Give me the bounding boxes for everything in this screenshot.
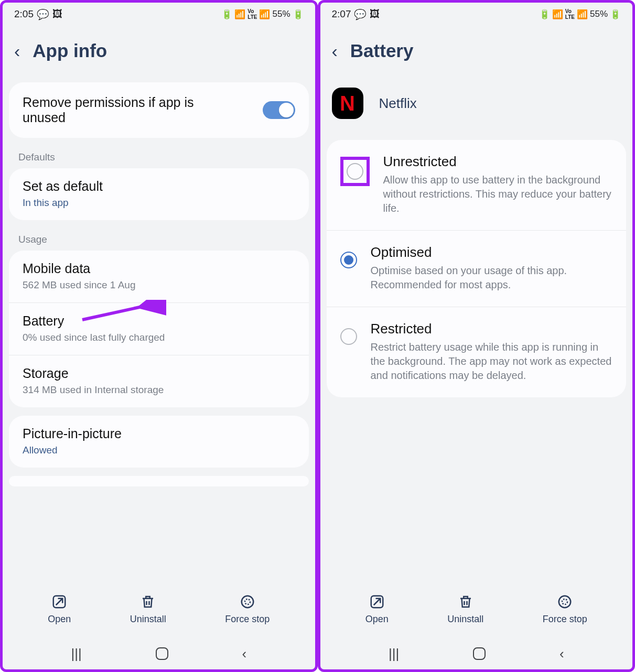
storage-row[interactable]: Storage 314 MB used in Internal storage: [9, 355, 309, 407]
bottom-actions: Open Uninstall Force stop: [3, 580, 315, 638]
page-title: Battery: [350, 40, 414, 61]
wifi-icon: 📶: [234, 9, 245, 20]
back-icon[interactable]: ‹: [332, 42, 338, 60]
system-navbar: ||| ‹: [3, 638, 315, 669]
recents-button[interactable]: |||: [71, 646, 81, 662]
stop-icon: [557, 594, 573, 610]
svg-point-3: [245, 599, 250, 604]
bottom-actions: Open Uninstall Force stop: [320, 580, 633, 638]
trash-icon: [140, 594, 156, 610]
stop-icon: [240, 594, 255, 610]
status-time: 2:05: [14, 8, 34, 20]
status-bar: 2:07 💬 🖼 🔋 📶 VoLTE 📶 55% 🔋: [320, 3, 633, 26]
battery-icon: 🔋: [610, 9, 621, 20]
status-time: 2:07: [332, 8, 351, 20]
uninstall-button[interactable]: Uninstall: [130, 594, 166, 625]
svg-point-5: [559, 595, 571, 608]
signal-icon: 📶: [577, 9, 588, 20]
remove-permissions-row[interactable]: Remove permissions if app is unused: [9, 82, 309, 138]
recents-button[interactable]: |||: [389, 646, 399, 662]
back-icon[interactable]: ‹: [14, 42, 20, 60]
nav-back-button[interactable]: ‹: [559, 646, 564, 662]
uninstall-button[interactable]: Uninstall: [447, 594, 483, 625]
header: ‹ App info: [3, 26, 315, 82]
remove-permissions-label: Remove permissions if app is unused: [23, 95, 222, 125]
highlight-annotation: [340, 157, 370, 186]
remove-permissions-toggle[interactable]: [263, 101, 295, 119]
option-unrestricted[interactable]: Unrestricted Allow this app to use batte…: [327, 140, 627, 231]
open-button[interactable]: Open: [48, 594, 71, 625]
chat-icon: 💬: [37, 8, 49, 20]
status-bar: 2:05 💬 🖼 🔋 📶 VoLTE 📶 55% 🔋: [3, 3, 315, 26]
wifi-icon: 📶: [552, 9, 563, 20]
svg-point-6: [562, 599, 567, 604]
battery-saver-icon: 🔋: [221, 9, 232, 20]
volte-icon: VoLTE: [565, 8, 575, 20]
app-identity: N Netflix: [320, 82, 633, 140]
battery-pct: 55%: [272, 9, 290, 19]
open-icon: [51, 594, 67, 610]
battery-row[interactable]: Battery 0% used since last fully charged: [9, 303, 309, 355]
open-icon: [369, 594, 385, 610]
radio-icon[interactable]: [340, 252, 357, 268]
radio-icon[interactable]: [347, 163, 363, 180]
force-stop-button[interactable]: Force stop: [543, 594, 587, 625]
volte-icon: VoLTE: [247, 8, 257, 20]
force-stop-button[interactable]: Force stop: [225, 594, 270, 625]
system-navbar: ||| ‹: [320, 638, 633, 669]
image-icon: 🖼: [52, 8, 62, 20]
battery-icon: 🔋: [293, 9, 304, 20]
netflix-app-icon: N: [332, 88, 363, 119]
nav-back-button[interactable]: ‹: [242, 646, 246, 662]
option-optimised[interactable]: Optimised Optimise based on your usage o…: [327, 231, 627, 307]
option-restricted[interactable]: Restricted Restrict battery usage while …: [327, 307, 627, 397]
home-button[interactable]: [473, 647, 486, 660]
screen-app-info: 2:05 💬 🖼 🔋 📶 VoLTE 📶 55% 🔋 ‹ App info Re…: [0, 0, 318, 672]
chat-icon: 💬: [354, 8, 367, 20]
battery-saver-icon: 🔋: [539, 9, 550, 20]
app-name: Netflix: [379, 95, 417, 112]
battery-pct: 55%: [590, 9, 608, 19]
radio-icon[interactable]: [340, 328, 357, 345]
trash-icon: [458, 594, 473, 610]
image-icon: 🖼: [370, 8, 380, 20]
page-title: App info: [33, 40, 107, 61]
header: ‹ Battery: [320, 26, 633, 82]
svg-point-2: [241, 595, 253, 608]
signal-icon: 📶: [259, 9, 270, 20]
set-as-default-row[interactable]: Set as default In this app: [9, 168, 309, 220]
screen-battery: 2:07 💬 🖼 🔋 📶 VoLTE 📶 55% 🔋 ‹ Battery N N…: [318, 0, 636, 672]
section-defaults: Defaults: [7, 146, 311, 168]
section-usage: Usage: [7, 229, 311, 251]
open-button[interactable]: Open: [365, 594, 389, 625]
mobile-data-row[interactable]: Mobile data 562 MB used since 1 Aug: [9, 251, 309, 303]
pip-row[interactable]: Picture-in-picture Allowed: [9, 416, 309, 468]
home-button[interactable]: [156, 647, 168, 660]
